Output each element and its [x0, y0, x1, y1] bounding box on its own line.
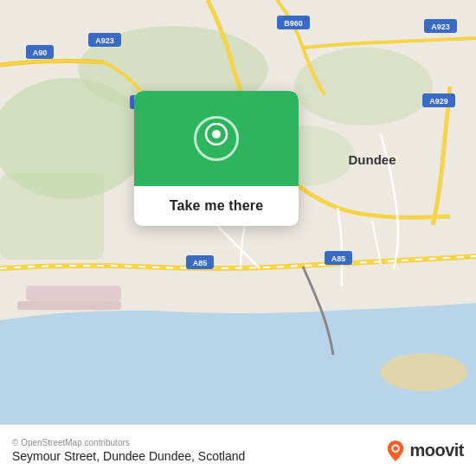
svg-text:A85: A85: [193, 259, 208, 267]
svg-point-29: [394, 446, 399, 451]
bottom-left: © OpenStreetMap contributors Seymour Str…: [12, 438, 245, 463]
svg-point-6: [381, 353, 467, 391]
svg-point-3: [294, 48, 433, 125]
svg-text:B960: B960: [284, 19, 303, 28]
map-area: A90 A923 A923 B960 A929 A85 A85 Dundee A…: [0, 0, 476, 424]
take-me-there-button[interactable]: Take me there: [170, 198, 264, 214]
svg-text:A90: A90: [33, 48, 48, 57]
svg-text:A923: A923: [431, 23, 450, 31]
svg-point-27: [212, 130, 221, 138]
popup-button-area[interactable]: Take me there: [134, 186, 299, 226]
location-icon-circle: [194, 116, 239, 161]
moovit-logo: moovit: [386, 440, 464, 462]
moovit-text: moovit: [409, 441, 464, 460]
moovit-pin-icon: [386, 440, 405, 462]
osm-credit: © OpenStreetMap contributors: [12, 438, 245, 447]
svg-rect-8: [17, 301, 121, 310]
svg-rect-7: [26, 286, 121, 301]
location-pin-icon: [203, 123, 229, 154]
bottom-bar: © OpenStreetMap contributors Seymour Str…: [0, 424, 476, 476]
popup-card: Take me there: [134, 91, 299, 226]
svg-text:A923: A923: [95, 36, 114, 45]
svg-rect-5: [0, 173, 104, 260]
svg-text:Dundee: Dundee: [348, 152, 396, 167]
popup-green-area: [134, 91, 299, 186]
location-label: Seymour Street, Dundee Dundee, Scotland: [12, 449, 245, 463]
svg-text:A85: A85: [331, 254, 346, 263]
svg-text:A929: A929: [429, 97, 448, 106]
